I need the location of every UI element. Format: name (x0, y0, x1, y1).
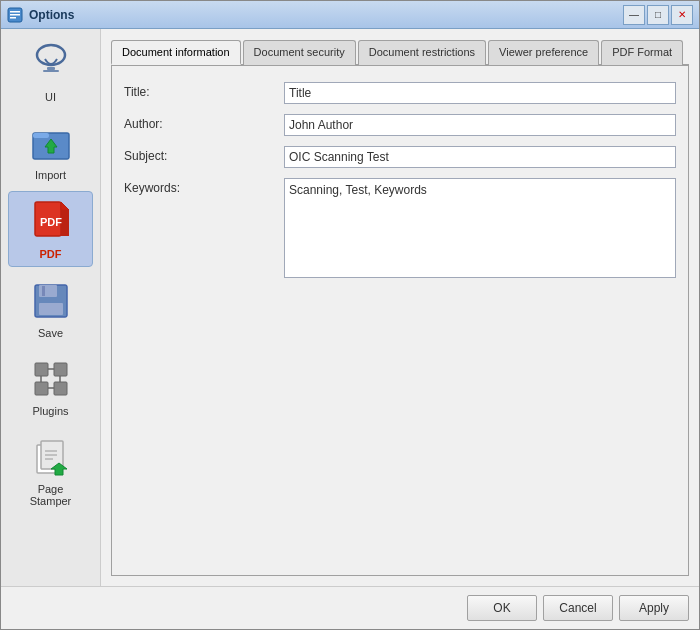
svg-rect-3 (10, 17, 16, 19)
form-row-author: Author: (124, 114, 676, 136)
svg-rect-21 (54, 382, 67, 395)
title-bar: Options — □ ✕ (1, 1, 699, 29)
svg-point-4 (37, 45, 65, 65)
svg-rect-8 (33, 133, 49, 138)
svg-rect-12 (61, 210, 69, 236)
sidebar-label-plugins: Plugins (32, 405, 68, 417)
tab-bar: Document information Document security D… (111, 39, 689, 66)
import-icon (27, 119, 75, 167)
svg-rect-16 (42, 286, 45, 296)
form-row-title: Title: (124, 82, 676, 104)
ok-button[interactable]: OK (467, 595, 537, 621)
sidebar-label-save: Save (38, 327, 63, 339)
options-window: Options — □ ✕ (0, 0, 700, 630)
ui-icon (27, 41, 75, 89)
main-panel: Document information Document security D… (101, 29, 699, 586)
sidebar-item-import[interactable]: Import (8, 113, 93, 187)
window-icon (7, 7, 23, 23)
sidebar-item-ui[interactable]: UI (8, 35, 93, 109)
tab-pdf-format[interactable]: PDF Format (601, 40, 683, 65)
bottom-bar: OK Cancel Apply (1, 586, 699, 629)
tab-document-restrictions[interactable]: Document restrictions (358, 40, 486, 65)
main-content: UI Import (1, 29, 699, 586)
tab-document-security[interactable]: Document security (243, 40, 356, 65)
author-input[interactable] (284, 114, 676, 136)
form-row-subject: Subject: (124, 146, 676, 168)
subject-label: Subject: (124, 146, 284, 163)
svg-rect-2 (10, 14, 20, 16)
save-icon (27, 277, 75, 325)
svg-rect-15 (39, 285, 57, 297)
keywords-label: Keywords: (124, 178, 284, 195)
cancel-button[interactable]: Cancel (543, 595, 613, 621)
svg-marker-11 (61, 202, 69, 210)
title-label: Title: (124, 82, 284, 99)
page-stamper-icon (27, 433, 75, 481)
sidebar: UI Import (1, 29, 101, 586)
tab-viewer-preference[interactable]: Viewer preference (488, 40, 599, 65)
maximize-button[interactable]: □ (647, 5, 669, 25)
title-bar-text: Options (7, 7, 74, 23)
apply-button[interactable]: Apply (619, 595, 689, 621)
keywords-textarea[interactable]: Scanning, Test, Keywords (284, 178, 676, 278)
sidebar-item-save[interactable]: Save (8, 271, 93, 345)
title-controls: — □ ✕ (623, 5, 693, 25)
form-row-keywords: Keywords: Scanning, Test, Keywords (124, 178, 676, 278)
sidebar-label-ui: UI (45, 91, 56, 103)
svg-rect-17 (39, 303, 63, 315)
svg-rect-20 (35, 382, 48, 395)
svg-rect-5 (47, 67, 55, 70)
subject-input[interactable] (284, 146, 676, 168)
svg-rect-1 (10, 11, 20, 13)
tab-content-document-information: Title: Author: Subject: Keywords: Scanni… (111, 66, 689, 576)
svg-rect-19 (54, 363, 67, 376)
tab-document-information[interactable]: Document information (111, 40, 241, 65)
title-input[interactable] (284, 82, 676, 104)
sidebar-label-import: Import (35, 169, 66, 181)
sidebar-item-page-stamper[interactable]: Page Stamper (8, 427, 93, 513)
sidebar-item-pdf[interactable]: PDF PDF (8, 191, 93, 267)
svg-rect-18 (35, 363, 48, 376)
svg-text:PDF: PDF (40, 216, 62, 228)
close-button[interactable]: ✕ (671, 5, 693, 25)
author-label: Author: (124, 114, 284, 131)
minimize-button[interactable]: — (623, 5, 645, 25)
pdf-icon: PDF (27, 198, 75, 246)
sidebar-item-plugins[interactable]: Plugins (8, 349, 93, 423)
svg-rect-6 (43, 70, 59, 72)
sidebar-label-pdf: PDF (40, 248, 62, 260)
sidebar-label-page-stamper: Page Stamper (30, 483, 72, 507)
plugins-icon (27, 355, 75, 403)
